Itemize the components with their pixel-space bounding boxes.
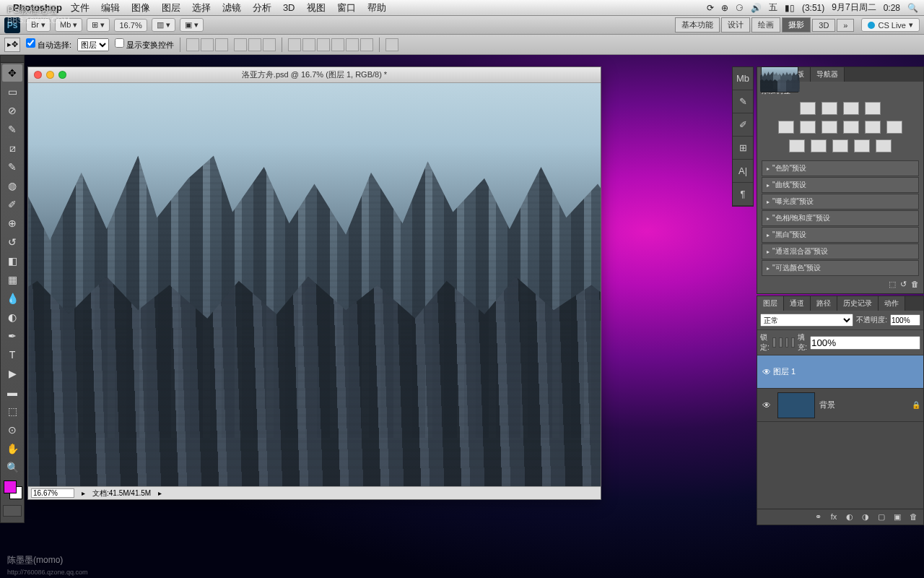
workspace-painting[interactable]: 绘画 — [751, 17, 780, 33]
tab-paths[interactable]: 路径 — [811, 296, 837, 311]
crop-tool[interactable]: ⧄ — [2, 139, 22, 157]
menu-analysis[interactable]: 分析 — [253, 1, 271, 14]
move-tool[interactable]: ✥ — [2, 64, 22, 82]
cs-live-button[interactable]: CS Live▾ — [861, 18, 920, 32]
doc-info-menu[interactable]: ▸ — [158, 489, 162, 497]
layer-item-background[interactable]: 👁 背景 🔒 — [757, 389, 923, 422]
menu-edit[interactable]: 编辑 — [101, 1, 120, 14]
layer-visibility-icon[interactable]: 👁 — [760, 367, 773, 377]
mini-panel-icon-2[interactable]: ✐ — [733, 113, 753, 137]
align-right[interactable] — [263, 38, 276, 51]
menu-select[interactable]: 选择 — [192, 1, 211, 14]
tab-navigator[interactable]: 导航器 — [811, 67, 845, 82]
fill-input[interactable] — [810, 336, 920, 350]
preset-levels[interactable]: "色阶"预设 — [762, 160, 919, 176]
distribute-vcenter[interactable] — [302, 38, 315, 51]
layer-name[interactable]: 背景 — [819, 400, 835, 410]
preset-selectivecolor[interactable]: "可选颜色"预设 — [762, 260, 919, 276]
layer-thumbnail[interactable] — [777, 392, 815, 418]
tab-channels[interactable]: 通道 — [784, 296, 811, 311]
view-extras-button[interactable]: ⊞ ▾ — [87, 18, 110, 32]
sync-icon[interactable]: ⟳ — [707, 3, 714, 13]
adj-brightness-icon[interactable] — [800, 102, 816, 115]
photoshop-logo[interactable]: Ps — [4, 17, 20, 33]
adj-vibrance-icon[interactable] — [778, 121, 794, 134]
foreground-color[interactable] — [4, 480, 17, 493]
zoom-level-dropdown[interactable]: 16.7% — [114, 19, 147, 32]
tab-layers[interactable]: 图层 — [757, 296, 784, 311]
adj-invert-icon[interactable] — [789, 139, 805, 152]
3d-camera-tool[interactable]: ⊙ — [2, 421, 22, 439]
brush-tool[interactable]: ✐ — [2, 196, 22, 213]
preset-bw[interactable]: "黑白"预设 — [762, 227, 919, 243]
screen-mode-button[interactable]: ▣ ▾ — [180, 18, 204, 32]
distribute-left[interactable] — [331, 38, 344, 51]
volume-icon[interactable]: 🔊 — [751, 3, 762, 13]
adj-threshold-icon[interactable] — [832, 139, 848, 152]
menu-3d[interactable]: 3D — [283, 2, 295, 13]
quick-select-tool[interactable]: ✎ — [2, 121, 22, 138]
preset-curves[interactable]: "曲线"预设 — [762, 177, 919, 193]
doc-info-icon[interactable]: ▸ — [82, 489, 85, 497]
app-name[interactable]: Photoshop — [13, 2, 62, 13]
layer-item-1[interactable]: 👁 图层 1 — [757, 355, 923, 389]
distribute-bottom[interactable] — [317, 38, 330, 51]
layer-thumbnail[interactable] — [761, 66, 798, 92]
lock-all-icon[interactable] — [791, 337, 795, 348]
workspace-essentials[interactable]: 基本功能 — [675, 17, 720, 33]
layer-group-icon[interactable]: ▢ — [876, 512, 887, 522]
workspace-3d[interactable]: 3D — [812, 19, 835, 32]
type-tool[interactable]: T — [2, 346, 22, 363]
preset-hue[interactable]: "色相/饱和度"预设 — [762, 210, 919, 226]
menu-window[interactable]: 窗口 — [337, 1, 356, 14]
zoom-button[interactable] — [58, 71, 66, 79]
layer-name[interactable]: 图层 1 — [773, 366, 796, 377]
adj-posterize-icon[interactable] — [811, 139, 827, 152]
close-button[interactable] — [34, 71, 42, 79]
tab-history[interactable]: 历史记录 — [837, 296, 879, 311]
adj-curves-icon[interactable] — [843, 102, 859, 115]
shape-tool[interactable]: ▬ — [2, 384, 22, 401]
adj-colorbalance-icon[interactable] — [821, 121, 837, 134]
toolbox-grip[interactable] — [1, 56, 24, 63]
distribute-top[interactable] — [288, 38, 301, 51]
wifi-icon[interactable]: ⚆ — [736, 3, 744, 13]
document-titlebar[interactable]: 洛亚方舟.psd @ 16.7% (图层 1, RGB/8) * — [28, 67, 601, 83]
document-canvas[interactable] — [28, 83, 601, 486]
menu-file[interactable]: 文件 — [71, 1, 90, 14]
menu-help[interactable]: 帮助 — [367, 1, 386, 14]
gradient-tool[interactable]: ▦ — [2, 271, 22, 288]
pen-tool[interactable]: ✒ — [2, 327, 22, 345]
eyedropper-tool[interactable]: ✎ — [2, 158, 22, 176]
menu-filter[interactable]: 滤镜 — [222, 1, 241, 14]
dash-icon[interactable]: ⊕ — [721, 3, 728, 13]
auto-select-checkbox[interactable]: 自动选择: — [26, 38, 71, 51]
adj-exposure-icon[interactable] — [865, 102, 881, 115]
mini-panel-icon-4[interactable]: A| — [733, 160, 753, 183]
history-brush-tool[interactable]: ↺ — [2, 233, 22, 251]
align-hcenter[interactable] — [248, 38, 261, 51]
adjustment-layer-icon[interactable]: ◑ — [860, 512, 871, 522]
healing-brush-tool[interactable]: ◍ — [2, 177, 22, 194]
distribute-right[interactable] — [360, 38, 373, 51]
blend-mode-dropdown[interactable]: 正常 — [760, 314, 853, 327]
blur-tool[interactable]: 💧 — [2, 290, 22, 307]
align-top[interactable] — [186, 38, 199, 51]
mini-panel-icon-1[interactable]: ✎ — [733, 90, 753, 113]
lock-transparent-icon[interactable] — [772, 337, 776, 348]
new-layer-icon[interactable]: ▣ — [892, 512, 903, 522]
menu-view[interactable]: 视图 — [307, 1, 326, 14]
arrange-documents-button[interactable]: ▥ ▾ — [152, 18, 175, 32]
adj-bw-icon[interactable] — [843, 121, 859, 134]
adj-channelmixer-icon[interactable] — [886, 121, 902, 134]
move-tool-icon[interactable]: ▸✥ — [4, 38, 20, 52]
layer-fx-icon[interactable]: fx — [828, 512, 840, 522]
workspace-photography[interactable]: 摄影 — [782, 17, 811, 33]
tab-actions[interactable]: 动作 — [879, 296, 905, 311]
align-bottom[interactable] — [215, 38, 228, 51]
launch-minibridge-button[interactable]: Mb ▾ — [55, 18, 82, 32]
minimize-button[interactable] — [46, 71, 54, 79]
color-swatches[interactable] — [4, 480, 21, 501]
3d-tool[interactable]: ⬚ — [2, 402, 22, 420]
menubar-time[interactable]: 0:28 — [884, 3, 900, 13]
